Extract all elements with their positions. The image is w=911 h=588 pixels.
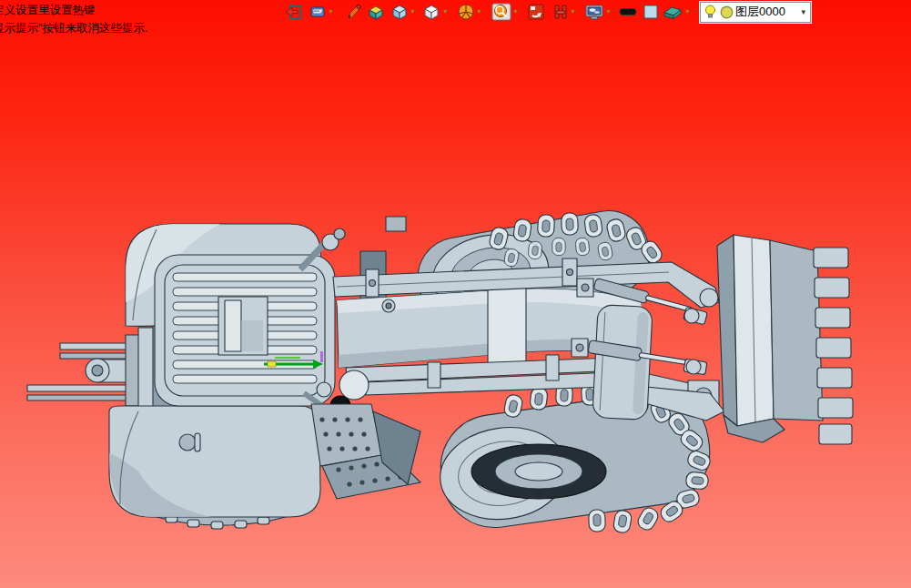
render-display-icon[interactable]	[584, 3, 604, 21]
orange-slice-dropdown-icon[interactable]	[475, 3, 483, 21]
rear-hitch[interactable]	[27, 328, 158, 411]
blue-square-icon[interactable]	[642, 3, 660, 21]
exit-sketch-icon[interactable]	[285, 3, 303, 21]
white-cube-icon[interactable]	[421, 3, 441, 21]
3d-viewport[interactable]	[0, 0, 911, 588]
eraser-icon[interactable]	[662, 3, 683, 21]
black-pill-icon[interactable]	[618, 3, 638, 21]
frame-beam-dropdown-icon[interactable]	[569, 3, 577, 21]
refresh-view-icon[interactable]	[527, 3, 545, 21]
notebook-dropdown-icon[interactable]	[327, 3, 335, 21]
toolbar: 图层0000	[285, 2, 811, 22]
layer-name-value: 图层0000	[735, 4, 798, 20]
notebook-icon[interactable]	[309, 3, 327, 21]
rear-fender-bottom[interactable]	[109, 406, 320, 517]
hint-line-2: 显示提示"按钮来取消这些提示.	[0, 20, 147, 38]
eraser-dropdown-icon[interactable]	[683, 3, 692, 21]
frame-beam-icon[interactable]	[552, 3, 569, 21]
solid-box-icon[interactable]	[367, 3, 385, 21]
wheel-loader-model[interactable]	[0, 0, 911, 588]
pencil-icon[interactable]	[346, 3, 362, 21]
bulb-icon	[704, 5, 716, 20]
blue-cube-icon[interactable]	[390, 3, 409, 21]
bucket-teeth[interactable]	[814, 248, 853, 444]
quick-coupler[interactable]	[592, 305, 653, 421]
bucket[interactable]	[717, 235, 823, 442]
blue-cube-dropdown-icon[interactable]	[409, 3, 417, 21]
render-display-dropdown-icon[interactable]	[604, 3, 612, 21]
layer-combobox[interactable]: 图层0000	[700, 2, 811, 23]
layer-color-swatch	[720, 5, 734, 19]
hint-text: 定义设置里设置热键显示提示"按钮来取消这些提示.	[0, 2, 147, 37]
combo-dropdown-arrow-icon[interactable]	[798, 4, 808, 21]
hint-line-1: 定义设置里设置热键	[0, 2, 147, 20]
zoom-search-icon[interactable]	[491, 3, 511, 21]
orange-slice-icon[interactable]	[457, 3, 475, 21]
zoom-search-dropdown-icon[interactable]	[511, 3, 520, 21]
white-cube-dropdown-icon[interactable]	[441, 3, 450, 21]
